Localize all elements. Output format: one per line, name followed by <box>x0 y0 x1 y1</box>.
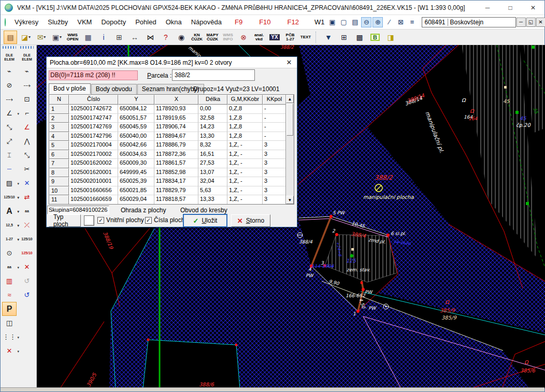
menu-item-pohled[interactable]: Pohled <box>131 16 161 28</box>
anal-vkd-button[interactable]: anal. vkd <box>252 31 266 44</box>
column-header[interactable]: Délka <box>198 95 227 105</box>
table-row[interactable]: 11025001742672650084,121178920,930,000,Z… <box>49 105 294 114</box>
mdi-close-button[interactable]: ✕ <box>536 18 545 27</box>
scale-125-10-tool[interactable]: 125/10▾ <box>2 190 17 204</box>
search-binoculars-button[interactable]: ⋈ <box>144 31 157 44</box>
menu-item-okna[interactable]: Okna <box>161 16 187 28</box>
bold-button[interactable]: B <box>368 31 382 44</box>
peak-tool[interactable]: ⋀ <box>20 134 34 148</box>
strike-line-tool[interactable]: ⌶ <box>2 148 17 162</box>
typ-ploch-button[interactable]: Typ ploch <box>49 214 81 227</box>
column-header[interactable]: Číslo <box>69 95 118 105</box>
column-header[interactable]: N <box>49 95 69 105</box>
dle-elem-2[interactable]: DLE ELEM <box>20 50 34 64</box>
title-bar[interactable]: VKM - [VK15] J:\VKM DATA\2025 PLOCHOVáNí… <box>1 1 544 15</box>
project-briefcase-button[interactable]: ▤ <box>4 31 17 44</box>
dialog-close-icon[interactable]: ✕ <box>284 59 294 66</box>
snap-point-tool[interactable]: ⤢ <box>2 134 17 148</box>
undo-blue[interactable]: ↺ <box>20 288 34 302</box>
table-row[interactable]: 31025001742769650045,591178906,7414,231,… <box>49 123 294 132</box>
menu-fkey-f9[interactable]: F9 <box>226 16 251 28</box>
layers-button[interactable]: ◨ <box>384 31 397 44</box>
line-points-tool[interactable]: ⌁ <box>2 64 17 78</box>
mapy-cuzk-button[interactable]: MAPY ČÚZK <box>206 31 219 44</box>
tools-button[interactable]: ⊗ <box>237 31 250 44</box>
tab-bod-v-plo-e[interactable]: Bod v ploše <box>49 83 91 94</box>
mdi-restore-button[interactable]: ◱ <box>526 18 536 27</box>
maximize-button[interactable]: □ <box>499 1 522 14</box>
point-circle-tool[interactable]: ⊙ <box>2 246 17 260</box>
delete-x-tool[interactable]: ✕▾ <box>2 344 17 358</box>
blocks-button[interactable]: ▩ <box>353 31 366 44</box>
minimize-button[interactable]: ─ <box>476 1 499 14</box>
table-row[interactable]: 91025002010001650025,391178834,1732,041,… <box>49 177 294 186</box>
toolbar-drag-handle[interactable] <box>3 46 16 49</box>
kn-cuzk-button[interactable]: KN ČÚZK <box>190 31 204 44</box>
pcb-range-tool[interactable]: 1-27▾ <box>2 232 17 246</box>
table-row[interactable]: 101025001660656650021,851178829,795,631,… <box>49 186 294 196</box>
cancel-button[interactable]: ✕ Storno <box>231 214 270 227</box>
split-window-icon[interactable]: ▢ <box>338 17 349 27</box>
measure-length-button[interactable]: ↔ <box>128 31 141 44</box>
area-fill-tool[interactable]: ◫ <box>2 316 17 330</box>
table-scrollbar[interactable]: ▲ ▼ <box>285 95 294 204</box>
image-view-icon[interactable]: ▣ <box>327 17 337 27</box>
text-rotate-button[interactable]: TEXT <box>299 31 312 44</box>
aa-text-tool[interactable]: aa▾ <box>2 260 17 274</box>
info-button[interactable]: i <box>97 31 110 44</box>
table-row[interactable]: 21025001742747650051,571178919,6532,581,… <box>49 114 294 123</box>
zoom-out-icon[interactable]: ⊖ <box>361 17 371 27</box>
color-swatch[interactable] <box>84 215 94 226</box>
menu-item-služby[interactable]: Služby <box>43 16 73 28</box>
toolbar-drag-handle[interactable] <box>20 46 34 49</box>
table-row[interactable]: 61025002170002650034,631178872,3616,511,… <box>49 150 294 159</box>
copy-pages-button[interactable]: ▣▾ <box>50 31 64 44</box>
table-row[interactable]: 81025001620001649999,451178852,9813,071,… <box>49 168 294 178</box>
angle-tool[interactable]: ∠▾ <box>2 106 17 120</box>
line-points-2[interactable]: ⌁ <box>20 64 34 78</box>
column-header[interactable]: X <box>154 95 198 105</box>
close-button[interactable]: ✕ <box>522 1 544 14</box>
points-grid-tool[interactable]: ⋮⋮▾ <box>2 330 17 344</box>
dash-arrow-2[interactable]: ⤏ <box>20 78 34 92</box>
box-arrow-tool[interactable]: ⊡ <box>20 92 34 106</box>
text-a-tool[interactable]: A▾ <box>2 204 17 218</box>
column-header[interactable]: KKpol <box>263 95 286 105</box>
dle-elem-1[interactable]: DLE ELEM <box>2 50 17 64</box>
print-button[interactable]: ▦ <box>81 31 95 44</box>
bars-tool[interactable]: ▥ <box>2 274 17 288</box>
arc-tool[interactable]: ⌐ <box>20 106 34 120</box>
measure-points-button[interactable]: ⊞ <box>112 31 126 44</box>
menu-fkey-f10[interactable]: F10 <box>251 16 279 28</box>
dash-style-tool[interactable]: ┄ <box>2 162 17 176</box>
delete-2[interactable]: ✕ <box>20 260 34 274</box>
redraw-brush-icon[interactable]: ≡ <box>407 17 417 27</box>
menu-fkey-f12[interactable]: F12 <box>279 16 307 28</box>
column-header[interactable]: G,M,KKobr <box>227 95 263 105</box>
scroll-thumb[interactable] <box>286 104 293 136</box>
cisla-ploch-checkbox[interactable]: ✓ Čísla ploch <box>145 216 184 224</box>
plocha-p-tool[interactable]: P <box>2 302 17 316</box>
ohrada-button[interactable]: Ohrada z plochy <box>121 207 166 214</box>
wms-info-button[interactable]: WMS INFO <box>221 31 235 44</box>
extent-box-icon[interactable]: ⊠ <box>395 17 406 27</box>
scroll-up-icon[interactable]: ▲ <box>286 95 294 103</box>
pcb-1-27-button[interactable]: PČB 1-27 <box>283 31 297 44</box>
scale-2[interactable]: 125/10 <box>20 232 34 246</box>
column-header[interactable]: Y <box>118 95 154 105</box>
parcela-input[interactable] <box>172 69 255 81</box>
cascade-windows-icon[interactable]: ▤ <box>350 17 360 27</box>
hatch-tool[interactable]: ▨▾ <box>2 176 17 190</box>
import-button[interactable]: ✉▾ <box>35 31 48 44</box>
wms-open-button[interactable]: WMS OPEN <box>66 31 79 44</box>
menu-item-nápověda[interactable]: Nápověda <box>187 16 226 28</box>
save-button[interactable]: ✓ Uložit <box>183 214 227 227</box>
menu-item-výkresy[interactable]: Výkresy <box>10 16 43 28</box>
yx-button[interactable]: YX <box>268 31 281 44</box>
dialog-title-bar[interactable]: Plocha.obr=6910,00 m2 [KK.max=8 O14.9=18… <box>47 57 297 68</box>
doc-question-button[interactable]: ? <box>159 31 173 44</box>
table-row[interactable]: 71025001620002650009,301178861,5727,531,… <box>49 159 294 168</box>
scissors-tool[interactable]: ✂ <box>20 162 34 176</box>
swap-direction-tool[interactable]: ⇄ <box>20 190 34 204</box>
tab-body-obvodu[interactable]: Body obvodu <box>91 84 137 94</box>
